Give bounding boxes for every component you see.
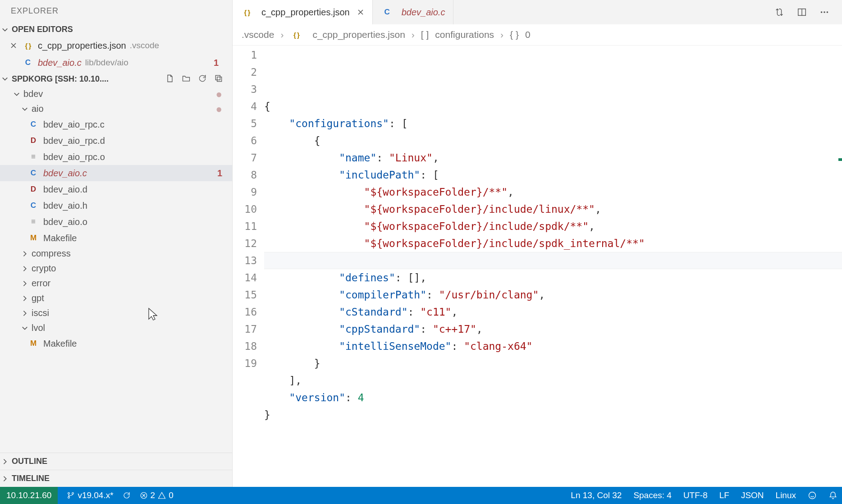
tab-bar: c_cpp_properties.json bdev_aio.c [233,0,842,24]
open-editor-item[interactable]: c_cpp_properties.json .vscode [0,37,232,54]
svg-point-8 [68,497,70,499]
svg-point-4 [821,11,823,13]
tree-file[interactable]: bdev_aio_rpc.d [0,133,232,149]
git-branch-indicator[interactable]: v19.04.x* [67,490,113,500]
sync-button[interactable] [123,491,131,499]
chevron-right-icon: › [412,29,415,40]
chevron-right-icon [22,266,32,272]
compare-changes-icon[interactable] [774,7,784,17]
split-editor-icon[interactable] [797,7,807,17]
cursor-position[interactable]: Ln 13, Col 32 [571,490,622,500]
chevron-down-icon [22,325,32,331]
chevron-right-icon [22,280,32,287]
modified-dot-icon: ● [216,107,223,111]
tree-folder-lvol[interactable]: lvol [0,321,232,335]
tree-file[interactable]: bdev_aio.c 1 [0,165,232,181]
file-tree[interactable]: bdev ● aio ● bdev_aio_rpc.c bdev_aio_rpc… [0,87,232,453]
tree-file[interactable]: bdev_aio_rpc.o [0,149,232,165]
indentation-indicator[interactable]: Spaces: 4 [633,490,672,500]
remote-host-indicator[interactable]: 10.10.21.60 [0,487,58,504]
timeline-header[interactable]: TIMELINE [0,470,232,487]
explorer-sidebar: EXPLORER OPEN EDITORS c_cpp_properties.j… [0,0,233,487]
array-icon: [ ] [421,29,429,40]
chevron-down-icon [14,91,23,97]
code-content[interactable]: { "configurations": [ { "name": "Linux",… [264,46,842,487]
svg-point-5 [824,11,825,13]
chevron-down-icon [22,106,32,112]
tree-folder[interactable]: gpt [0,291,232,306]
tree-file[interactable]: Makefile [0,230,232,246]
tab-c-cpp-properties[interactable]: c_cpp_properties.json [233,0,373,24]
tab-bdev-aio[interactable]: bdev_aio.c [373,0,454,24]
tree-file[interactable]: bdev_aio.h [0,197,232,214]
editor-area: c_cpp_properties.json bdev_aio.c [233,0,842,487]
tree-file[interactable]: bdev_aio_rpc.c [0,116,232,133]
tree-folder[interactable]: crypto [0,261,232,276]
breadcrumb-item[interactable]: configurations [435,29,494,40]
modified-dot-icon: ● [216,92,223,96]
c-file-icon [27,200,40,211]
breadcrumb[interactable]: .vscode › c_cpp_properties.json › [ ] co… [233,24,842,46]
d-file-icon [27,135,40,147]
svg-rect-1 [217,77,222,82]
os-indicator[interactable]: Linux [776,490,796,500]
c-file-icon [27,167,40,179]
warning-icon [158,491,166,499]
chevron-right-icon [22,295,32,302]
tree-file[interactable]: bdev_aio.o [0,214,232,230]
tree-folder[interactable]: compress [0,246,232,261]
open-editors-list: c_cpp_properties.json .vscode bdev_aio.c… [0,37,232,71]
breadcrumb-item[interactable]: .vscode [242,29,274,40]
c-file-icon [22,57,34,69]
breadcrumb-item[interactable]: 0 [525,29,531,40]
svg-point-6 [827,11,828,13]
chevron-right-icon [22,251,32,257]
tree-folder[interactable]: iscsi [0,306,232,321]
chevron-right-icon [2,458,12,465]
chevron-down-icon [2,76,12,82]
tree-folder[interactable]: error [0,276,232,291]
chevron-right-icon: › [280,29,284,40]
close-icon[interactable] [10,42,22,49]
line-number-gutter: 12345678910111213141516171819 [233,46,264,487]
tree-folder-aio[interactable]: aio ● [0,101,232,116]
svg-rect-0 [215,75,220,80]
new-file-icon[interactable] [165,74,175,84]
json-icon [241,6,253,18]
tree-file[interactable]: bdev_aio.d [0,181,232,197]
encoding-indicator[interactable]: UTF-8 [683,490,708,500]
close-icon[interactable] [357,9,364,16]
makefile-icon [27,232,40,244]
explorer-title: EXPLORER [0,0,232,22]
more-actions-icon[interactable] [819,7,829,17]
c-file-icon [27,119,40,130]
json-icon [22,40,34,51]
status-bar: 10.10.21.60 v19.04.x* 2 0 Ln 13, Col 32 … [0,487,842,504]
c-file-icon [381,6,394,18]
new-folder-icon[interactable] [182,74,192,84]
branch-icon [67,491,75,499]
language-mode[interactable]: JSON [741,490,764,500]
collapse-all-icon[interactable] [214,74,224,84]
outline-header[interactable]: OUTLINE [0,453,232,470]
eol-indicator[interactable]: LF [719,490,729,500]
chevron-right-icon: › [500,29,503,40]
tree-file[interactable]: Makefile [0,335,232,352]
problems-indicator[interactable]: 2 0 [140,490,174,500]
notifications-icon[interactable] [828,491,837,500]
refresh-icon[interactable] [198,74,208,84]
feedback-icon[interactable] [808,491,817,500]
error-icon [140,491,148,499]
object-file-icon [27,216,40,228]
chevron-down-icon [2,27,12,33]
svg-point-11 [809,492,816,499]
makefile-icon [27,338,40,349]
open-editors-header[interactable]: OPEN EDITORS [0,22,232,37]
workspace-header[interactable]: SPDKORG [SSH: 10.10.... [0,71,232,87]
code-editor[interactable]: 12345678910111213141516171819 { "configu… [233,46,842,487]
breadcrumb-item[interactable]: c_cpp_properties.json [312,29,405,40]
open-editor-item[interactable]: bdev_aio.c lib/bdev/aio 1 [0,54,232,71]
json-icon [290,29,302,41]
tree-folder-bdev[interactable]: bdev ● [0,87,232,101]
sync-icon [123,491,131,499]
